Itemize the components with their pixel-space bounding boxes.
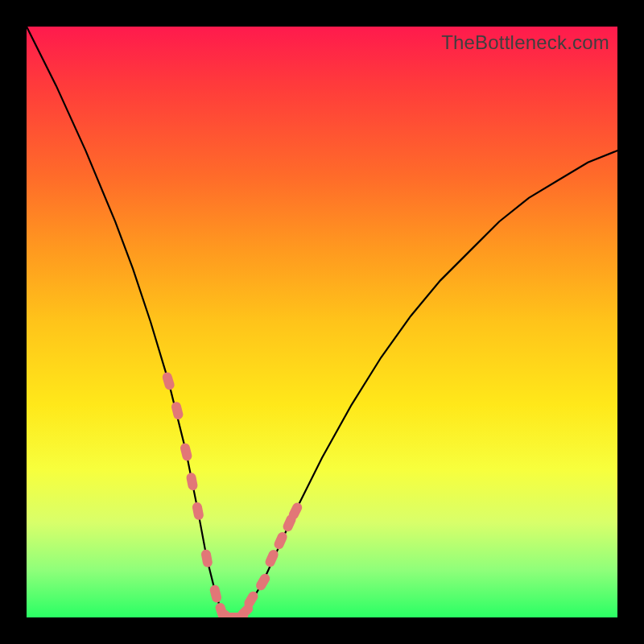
bottleneck-curve-path	[27, 27, 617, 617]
highlight-marker	[171, 401, 184, 420]
chart-stage: TheBottleneck.com	[0, 0, 644, 644]
highlight-marker	[273, 530, 289, 551]
curve-line	[27, 27, 617, 617]
highlight-marker	[200, 549, 213, 568]
highlight-marker	[180, 442, 193, 461]
highlight-marker	[192, 502, 204, 521]
highlight-markers	[161, 371, 303, 617]
highlight-marker	[208, 584, 222, 603]
highlight-marker	[185, 472, 198, 491]
plot-area: TheBottleneck.com	[27, 27, 617, 617]
chart-overlay	[27, 27, 617, 617]
highlight-marker	[254, 572, 272, 592]
highlight-marker	[161, 371, 175, 391]
